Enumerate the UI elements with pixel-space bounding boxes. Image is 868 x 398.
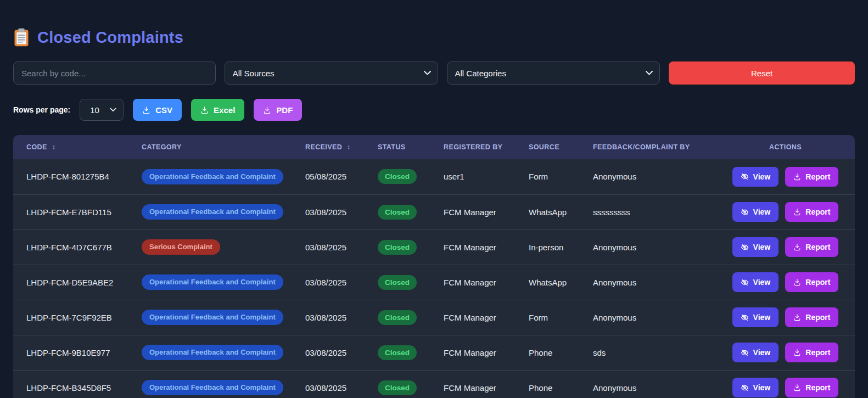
- cell-code: LHDP-FCM-B345D8F5: [13, 370, 137, 398]
- column-header-feedback-by: Feedback/Complaint By: [589, 135, 716, 159]
- download-icon: [793, 208, 801, 216]
- cell-received: 03/08/2025: [301, 265, 373, 300]
- cell-feedback-by: Anonymous: [589, 370, 716, 398]
- column-header-code[interactable]: Code↕: [13, 135, 137, 159]
- sort-icon[interactable]: ↕: [347, 143, 350, 151]
- cell-registered-by: FCM Manager: [439, 229, 524, 265]
- cell-feedback-by: Anonymous: [589, 300, 716, 335]
- cell-feedback-by: sds: [589, 335, 716, 370]
- cell-registered-by: FCM Manager: [439, 370, 524, 398]
- eye-icon: [741, 243, 749, 251]
- column-header-received[interactable]: Received↕: [301, 135, 373, 159]
- table-row: LHDP-FCM-4D7C677B Serious Complaint 03/0…: [13, 229, 855, 265]
- report-button[interactable]: Report: [785, 343, 838, 362]
- rows-per-page-label: Rows per page:: [13, 105, 70, 114]
- status-badge: Closed: [378, 275, 417, 290]
- view-button[interactable]: View: [732, 237, 779, 257]
- cell-category: Operational Feedback and Complaint: [137, 370, 301, 398]
- report-button[interactable]: Report: [785, 237, 838, 257]
- cell-status: Closed: [373, 300, 439, 335]
- cell-actions: View Report: [716, 194, 855, 229]
- cell-status: Closed: [373, 265, 439, 300]
- filter-bar: All Sources All Categories Reset: [13, 61, 855, 85]
- cell-actions: View Report: [716, 229, 855, 265]
- column-header-status: Status: [373, 135, 439, 159]
- cell-received: 03/08/2025: [301, 194, 373, 229]
- cell-category: Operational Feedback and Complaint: [137, 335, 301, 370]
- chevron-down-icon: [646, 71, 653, 75]
- view-button[interactable]: View: [732, 167, 779, 187]
- cell-received: 03/08/2025: [301, 370, 373, 398]
- eye-icon: [741, 172, 749, 181]
- cell-status: Closed: [373, 194, 439, 229]
- view-button[interactable]: View: [732, 307, 779, 327]
- column-header-category: Category: [137, 135, 301, 159]
- search-input[interactable]: [13, 61, 216, 85]
- view-button[interactable]: View: [732, 202, 779, 222]
- chevron-down-icon: [110, 108, 116, 112]
- view-button[interactable]: View: [732, 272, 779, 292]
- cell-source: WhatsApp: [524, 194, 589, 229]
- cell-code: LHDP-FCM-E7BFD115: [13, 194, 137, 229]
- cell-source: In-person: [524, 229, 589, 265]
- cell-registered-by: FCM Manager: [439, 335, 524, 370]
- export-csv-button[interactable]: CSV: [133, 99, 182, 121]
- download-icon: [793, 243, 801, 251]
- rows-per-page-select[interactable]: 10: [80, 99, 124, 121]
- download-icon: [793, 173, 801, 181]
- category-badge: Operational Feedback and Complaint: [142, 310, 283, 325]
- table-row: LHDP-FCM-7C9F92EB Operational Feedback a…: [13, 300, 855, 335]
- status-badge: Closed: [378, 240, 417, 255]
- table-row: LHDP-FCM-801275B4 Operational Feedback a…: [13, 159, 855, 194]
- report-button[interactable]: Report: [785, 378, 838, 397]
- report-button[interactable]: Report: [785, 202, 838, 222]
- cell-category: Serious Complaint: [137, 229, 301, 265]
- sort-icon[interactable]: ↕: [52, 143, 55, 151]
- reset-button[interactable]: Reset: [669, 61, 855, 85]
- status-badge: Closed: [378, 169, 417, 184]
- category-badge: Operational Feedback and Complaint: [142, 169, 283, 184]
- column-header-source: Source: [524, 135, 589, 159]
- view-button[interactable]: View: [732, 343, 779, 362]
- sources-select[interactable]: All Sources: [225, 61, 438, 85]
- category-badge: Operational Feedback and Complaint: [142, 345, 283, 360]
- status-badge: Closed: [378, 345, 417, 360]
- cell-feedback-by: sssssssss: [589, 194, 716, 229]
- cell-actions: View Report: [716, 300, 855, 335]
- eye-icon: [741, 349, 749, 357]
- cell-category: Operational Feedback and Complaint: [137, 159, 301, 194]
- table-row: LHDP-FCM-B345D8F5 Operational Feedback a…: [13, 370, 855, 398]
- eye-icon: [741, 208, 749, 216]
- eye-icon: [741, 278, 749, 287]
- cell-actions: View Report: [716, 370, 855, 398]
- view-button[interactable]: View: [732, 378, 779, 397]
- cell-source: WhatsApp: [524, 265, 589, 300]
- complaints-table: Code↕ Category Received↕ Status Register…: [13, 135, 855, 398]
- table-row: LHDP-FCM-D5E9ABE2 Operational Feedback a…: [13, 265, 855, 300]
- sources-select-value: All Sources: [233, 69, 275, 78]
- export-pdf-button[interactable]: PDF: [254, 99, 302, 121]
- cell-feedback-by: Anonymous: [589, 229, 716, 265]
- report-button[interactable]: Report: [785, 272, 838, 292]
- category-badge: Serious Complaint: [142, 239, 220, 255]
- status-badge: Closed: [378, 310, 417, 325]
- cell-actions: View Report: [716, 159, 855, 194]
- cell-received: 03/08/2025: [301, 300, 373, 335]
- table-header-row: Code↕ Category Received↕ Status Register…: [13, 135, 855, 159]
- report-button[interactable]: Report: [785, 307, 838, 327]
- export-excel-button[interactable]: Excel: [191, 99, 244, 121]
- download-icon: [263, 106, 271, 114]
- cell-status: Closed: [373, 229, 439, 265]
- cell-status: Closed: [373, 370, 439, 398]
- cell-registered-by: FCM Manager: [439, 194, 524, 229]
- cell-registered-by: user1: [439, 159, 524, 194]
- cell-code: LHDP-FCM-801275B4: [13, 159, 137, 194]
- page-header: Closed Complaints: [13, 27, 855, 47]
- cell-registered-by: FCM Manager: [439, 300, 524, 335]
- report-button[interactable]: Report: [785, 167, 838, 187]
- closed-complaints-page: Closed Complaints All Sources All Catego…: [0, 27, 868, 398]
- rows-per-page-value: 10: [90, 105, 99, 115]
- categories-select[interactable]: All Categories: [447, 61, 660, 85]
- status-badge: Closed: [378, 380, 417, 395]
- cell-category: Operational Feedback and Complaint: [137, 300, 301, 335]
